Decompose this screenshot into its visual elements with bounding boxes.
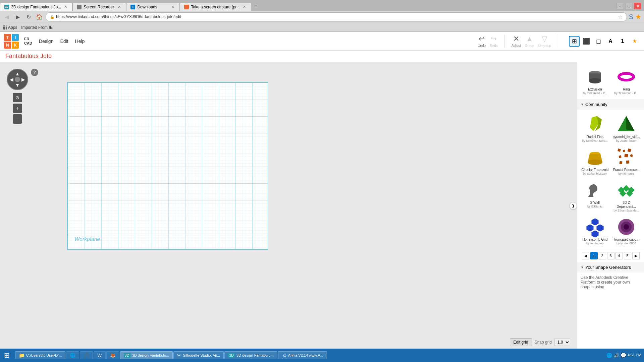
bookmarks-bar: Apps Imported From IE xyxy=(0,23,644,32)
shape-item-fractalpenrose[interactable]: Fractal Penrose... by n8morse xyxy=(611,145,642,177)
shape-item-pyramid[interactable]: pyramid_for_skil... by Jean Flower xyxy=(611,112,642,144)
bookmark-imported[interactable]: Imported From IE xyxy=(21,25,52,30)
shape-item-truncated[interactable]: Truncated cubo... by lyndon0808 xyxy=(611,215,642,246)
page-2-button[interactable]: 2 xyxy=(599,252,606,259)
start-button[interactable]: ⊞ xyxy=(0,350,14,361)
shape-item-zdependent[interactable]: 3D Z Dependent... by Ethan Sparkle... xyxy=(611,178,642,214)
tray-notification-icon[interactable]: 💬 xyxy=(621,353,626,358)
taskbar-item-ie[interactable]: 🌐 xyxy=(66,351,79,359)
tab-close-screencapture[interactable]: ✕ xyxy=(242,4,247,9)
page-next-button[interactable]: ▶ xyxy=(632,252,640,259)
edit-grid-button[interactable]: Edit grid xyxy=(510,338,532,346)
tinkercad-logo[interactable]: T I N K xyxy=(4,34,19,49)
taskbar-item-tinkercad2[interactable]: 3D 3D design Fantabulo... xyxy=(224,351,277,359)
refresh-button[interactable]: ↻ xyxy=(24,12,33,21)
tab-close-downloads[interactable]: ✕ xyxy=(170,4,175,9)
taskbar-item-firefox[interactable]: 🦊 xyxy=(106,351,119,359)
shape-item-radialfins[interactable]: Radial Fins by Selelivan Kora... xyxy=(580,112,610,144)
group-icon: ▲ xyxy=(526,35,533,43)
favorite-star-icon[interactable]: ☆ xyxy=(618,14,623,20)
canvas-area[interactable]: ▲ ◀ ▶ ▼ ? ⊙ + − xyxy=(0,62,577,350)
close-button[interactable]: ✕ xyxy=(634,3,641,9)
fractalpenrose-thumb xyxy=(615,146,637,168)
logo-k: K xyxy=(12,42,19,49)
zdependent-name: 3D Z Dependent... xyxy=(613,201,640,209)
taskbar-item-explorer[interactable]: 📁 C:\Users\ltc User\Dr... xyxy=(15,351,65,359)
group-button[interactable]: ▲ Group xyxy=(525,35,534,48)
home-view-button[interactable]: ⊙ xyxy=(13,93,22,102)
svg-marker-21 xyxy=(592,219,598,225)
your-generators-header[interactable]: ▼ Your Shape Generators xyxy=(577,262,644,273)
page-prev-button[interactable]: ◀ xyxy=(582,252,589,259)
tab-title-screenrecorder: Screen Recorder xyxy=(84,5,115,9)
minimize-button[interactable]: − xyxy=(616,3,624,9)
number-button[interactable]: 1 xyxy=(617,36,628,47)
help-bubble[interactable]: ? xyxy=(31,69,38,76)
text-button[interactable]: A xyxy=(605,36,616,47)
new-tab-button[interactable]: + xyxy=(251,2,261,10)
tab-screencapture[interactable]: Take a screen capture (pr... ✕ xyxy=(180,3,251,11)
tray-volume-icon[interactable]: 🔊 xyxy=(613,353,619,358)
compass-container: ▲ ◀ ▶ ▼ ? xyxy=(7,69,28,90)
workplane-container: Workplane xyxy=(67,82,268,250)
maximize-button[interactable]: □ xyxy=(625,3,633,9)
tray-network-icon[interactable]: 🌐 xyxy=(606,353,612,358)
bookmark-apps[interactable]: Apps xyxy=(3,25,17,30)
tab-screenrecorder[interactable]: Screen Recorder ✕ xyxy=(72,3,126,11)
page-4-button[interactable]: 4 xyxy=(615,252,623,259)
page-3-button[interactable]: 3 xyxy=(607,252,614,259)
tab-close-tinkercad[interactable]: ✕ xyxy=(63,4,68,9)
wireframe-view-button[interactable]: ◻ xyxy=(593,36,604,47)
tab-tinkercad[interactable]: 3D 3D design Fantabulous Jo... ✕ xyxy=(0,3,72,11)
svg-rect-19 xyxy=(620,161,623,164)
app-header: T I N K ER CAD Design Edit Help ↩ Undo ↪… xyxy=(0,32,644,51)
taskbar-tinkercad-label: 3D design Fantabulo... xyxy=(132,353,169,357)
snap-grid-select[interactable]: 1.0 0.5 0.1 xyxy=(554,339,570,346)
taskbar-item-media[interactable]: 🎵 xyxy=(80,351,93,359)
shape-item-swall[interactable]: S Wall by EJBantz xyxy=(580,178,610,214)
menu-help[interactable]: Help xyxy=(75,37,85,45)
shape-item-circulartrap[interactable]: Circular Trapezoid by adrian blascarr xyxy=(580,145,610,177)
ungroup-button[interactable]: ▽ Ungroup xyxy=(538,35,551,48)
radialfins-thumb xyxy=(584,114,606,135)
tinkercad-taskbar-icon: 3D xyxy=(124,353,130,358)
shape-item-ring[interactable]: Ring by Tinkercad - P... xyxy=(611,65,642,96)
shape-item-extrusion[interactable]: Extrusion by Tinkercad - P... xyxy=(580,65,610,96)
star-button[interactable]: ★ xyxy=(629,36,640,47)
skype-icon[interactable]: S xyxy=(629,13,633,21)
zoom-out-button[interactable]: − xyxy=(13,114,22,124)
taskbar-item-tinkercad[interactable]: 3D 3D design Fantabulo... xyxy=(120,351,173,359)
address-box[interactable]: 🔒 https://www.tinkercad.com/things/cEwGY… xyxy=(46,12,627,21)
grid-view-button[interactable]: ⊞ xyxy=(569,36,580,47)
back-button[interactable]: ◀ xyxy=(3,12,11,21)
shape-item-honeycomb[interactable]: Honeycomb Grid by tomlaptop xyxy=(580,215,610,246)
taskbar-item-afinia[interactable]: 🖨 Afinia V2.14 www.A... xyxy=(278,351,327,359)
redo-button[interactable]: ↪ Redo xyxy=(490,35,498,48)
solid-view-button[interactable]: ⬛ xyxy=(581,36,592,47)
tab-close-screenrecorder[interactable]: ✕ xyxy=(117,4,122,9)
menu-design[interactable]: Design xyxy=(39,37,54,45)
swall-author: by EJBantz xyxy=(587,205,603,208)
tab-downloads[interactable]: ⬇ Downloads ✕ xyxy=(126,3,180,11)
taskbar-item-word[interactable]: W xyxy=(94,351,105,359)
svg-marker-23 xyxy=(597,225,603,231)
taskbar-tinkercad2-label: 3D design Fantabulo... xyxy=(236,353,274,357)
page-1-button[interactable]: 1 xyxy=(590,252,598,259)
extensions-icon[interactable]: ★ xyxy=(635,13,641,21)
circulartrap-svg xyxy=(585,147,605,167)
home-nav-button[interactable]: 🏠 xyxy=(35,12,44,21)
tab-title-screencapture: Take a screen capture (pr... xyxy=(191,5,239,9)
firefox-icon: 🦊 xyxy=(110,353,116,358)
circulartrap-name: Circular Trapezoid xyxy=(581,168,608,172)
taskbar-item-silhouette[interactable]: ✂ Silhouette Studio: Air... xyxy=(173,351,224,359)
compass-control[interactable]: ▲ ◀ ▶ ▼ xyxy=(7,69,28,90)
forward-button[interactable]: ▶ xyxy=(13,12,22,21)
radialfins-author: by Selelivan Kora... xyxy=(582,139,608,142)
collapse-sidebar-arrow[interactable]: ❯ xyxy=(570,202,577,209)
community-section-header[interactable]: ▼ Community xyxy=(577,99,644,110)
menu-edit[interactable]: Edit xyxy=(60,37,68,45)
page-5-button[interactable]: 5 xyxy=(624,252,631,259)
undo-button[interactable]: ↩ Undo xyxy=(478,35,486,48)
adjust-button[interactable]: ✕ Adjust xyxy=(512,35,521,48)
zoom-in-button[interactable]: + xyxy=(13,104,22,113)
